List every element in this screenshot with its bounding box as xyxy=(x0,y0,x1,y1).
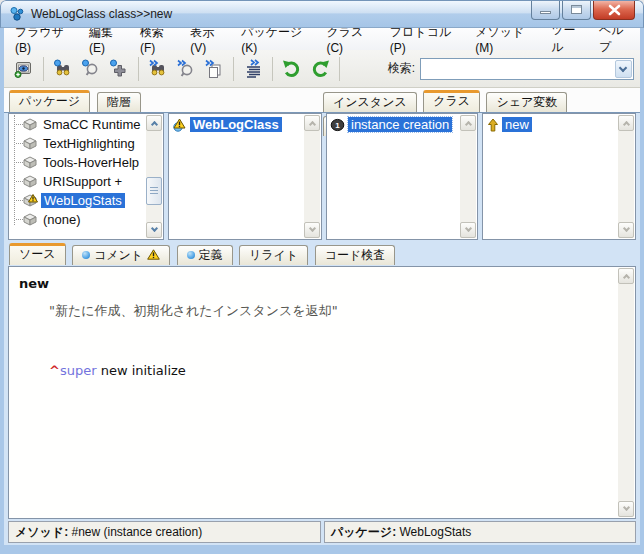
package-icon xyxy=(23,118,37,131)
browse-versions-button[interactable] xyxy=(200,55,228,83)
title-bar[interactable]: WebLogClass class>>new xyxy=(0,0,644,28)
status-package-label: パッケージ: xyxy=(331,525,396,539)
find-selector-button[interactable] xyxy=(77,55,105,83)
implementors-icon xyxy=(176,59,196,79)
scroll-down-button[interactable] xyxy=(618,501,634,517)
blue-dot-icon xyxy=(187,251,195,259)
method-body-line: ^super new initialize xyxy=(49,363,609,378)
tab-packages[interactable]: パッケージ xyxy=(9,90,90,112)
list-item[interactable]: Tools-HoverHelp xyxy=(10,153,146,172)
client-area: パッケージ 階層 インスタンス クラス シェア変数 インスタンス変数 xyxy=(4,88,640,545)
close-icon xyxy=(594,1,636,20)
scroll-up-button[interactable] xyxy=(460,115,476,131)
protocol-list: 1 instance creation xyxy=(328,115,460,238)
scroll-down-button[interactable] xyxy=(460,222,476,238)
scroll-up-button[interactable] xyxy=(618,115,634,131)
message-sends: new initialize xyxy=(97,363,186,378)
chevron-down-icon xyxy=(619,63,627,71)
list-item[interactable]: (none) xyxy=(10,210,146,229)
search-combobox[interactable] xyxy=(420,58,634,80)
list-item[interactable]: URISupport + xyxy=(10,172,146,191)
minimize-button[interactable] xyxy=(531,1,560,20)
toolbar-separator xyxy=(339,57,340,81)
scroll-down-button[interactable] xyxy=(618,222,634,238)
list-item[interactable]: TextHighlighting xyxy=(10,134,146,153)
scrollbar-thumb[interactable] xyxy=(146,177,162,205)
maximize-button[interactable] xyxy=(562,1,591,20)
scrollbar[interactable] xyxy=(304,115,320,238)
chevron-down-icon xyxy=(622,225,629,232)
tree-guide xyxy=(14,115,15,225)
scrollbar[interactable] xyxy=(460,115,476,238)
package-list-pane: SmaCC Runtime TextHighlighting Tools-Hov… xyxy=(8,113,164,240)
list-item-selected[interactable]: new xyxy=(484,115,618,134)
list-item-selected[interactable]: WebLogStats xyxy=(10,191,146,210)
scroll-down-button[interactable] xyxy=(146,222,162,238)
find-class-button[interactable] xyxy=(49,55,77,83)
tab-rewrite[interactable]: リライト xyxy=(239,245,308,265)
find-class-icon xyxy=(53,59,73,79)
close-button[interactable] xyxy=(593,1,635,20)
list-item[interactable]: SmaCC Runtime xyxy=(10,115,146,134)
top-tab-strip: パッケージ 階層 インスタンス クラス シェア変数 インスタンス変数 xyxy=(4,88,640,113)
window-icon xyxy=(9,6,25,22)
package-warning-icon xyxy=(23,194,38,207)
search-dropdown-button[interactable] xyxy=(615,60,632,78)
search-area: 検索: xyxy=(388,58,634,80)
add-button[interactable] xyxy=(105,55,133,83)
scroll-up-button[interactable] xyxy=(146,115,162,131)
scroll-up-button[interactable] xyxy=(304,115,320,131)
find-selector-icon xyxy=(81,59,101,79)
hierarchy-icon xyxy=(243,59,263,79)
scrollbar[interactable] xyxy=(146,115,162,238)
method-icon xyxy=(486,118,499,132)
tab-hierarchy[interactable]: 階層 xyxy=(97,92,141,112)
source-code-editor[interactable]: new "新たに作成、初期化されたインスタンスを返却" ^super new i… xyxy=(8,266,636,519)
package-icon xyxy=(23,137,37,150)
chevron-down-icon xyxy=(622,504,629,511)
scrollbar[interactable] xyxy=(618,268,634,517)
search-input[interactable] xyxy=(423,60,613,78)
method-comment-line: "新たに作成、初期化されたインスタンスを返却" xyxy=(49,302,609,320)
redo-icon xyxy=(309,58,331,80)
tab-code-critic[interactable]: コード検査 xyxy=(315,245,396,265)
tab-shared-variables[interactable]: シェア変数 xyxy=(486,92,567,112)
new-browser-button[interactable] xyxy=(10,55,38,83)
status-method: メソッド: #new (instance creation) xyxy=(8,521,321,543)
browser-window: WebLogClass class>>new ブラウザ(B) 編集(E) 検索(… xyxy=(0,0,644,554)
chevron-up-icon xyxy=(464,121,471,128)
super-keyword: super xyxy=(60,363,97,378)
browse-implementors-button[interactable] xyxy=(172,55,200,83)
tab-class[interactable]: クラス xyxy=(423,90,480,112)
redo-button[interactable] xyxy=(306,55,334,83)
scroll-up-button[interactable] xyxy=(618,268,634,284)
source-code-text: new "新たに作成、初期化されたインスタンスを返却" ^super new i… xyxy=(10,268,618,517)
svg-text:1: 1 xyxy=(335,120,340,129)
chevron-up-icon xyxy=(622,274,629,281)
class-list: WebLogClass xyxy=(170,115,304,238)
class-list-pane: WebLogClass xyxy=(168,113,322,240)
package-icon xyxy=(23,213,37,226)
tab-comment[interactable]: コメント xyxy=(72,245,170,265)
return-caret: ^ xyxy=(49,363,60,378)
versions-icon xyxy=(204,59,224,79)
protocol-list-pane: 1 instance creation xyxy=(326,113,478,240)
package-list: SmaCC Runtime TextHighlighting Tools-Hov… xyxy=(10,115,146,238)
browse-hierarchy-button[interactable] xyxy=(239,55,267,83)
status-method-label: メソッド: xyxy=(15,525,68,539)
tab-instance[interactable]: インスタンス xyxy=(323,92,417,112)
list-item-selected[interactable]: 1 instance creation xyxy=(328,115,460,134)
scroll-down-button[interactable] xyxy=(304,222,320,238)
undo-button[interactable] xyxy=(278,55,306,83)
package-icon xyxy=(23,175,37,188)
tab-source[interactable]: ソース xyxy=(9,243,66,265)
list-item-selected[interactable]: WebLogClass xyxy=(170,115,304,134)
tab-definition[interactable]: 定義 xyxy=(177,245,233,265)
browse-senders-button[interactable] xyxy=(144,55,172,83)
package-icon xyxy=(23,156,37,169)
scrollbar[interactable] xyxy=(618,115,634,238)
minimize-icon xyxy=(540,11,551,14)
status-package: パッケージ: WebLogStats xyxy=(324,521,636,543)
chevron-down-icon xyxy=(150,225,157,232)
warning-icon xyxy=(147,249,160,260)
